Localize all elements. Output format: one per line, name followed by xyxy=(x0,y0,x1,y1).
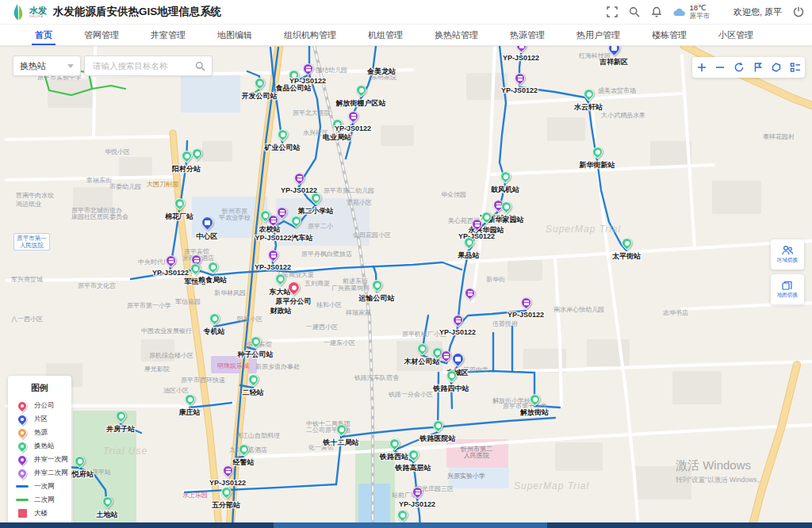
legend-label: 分公司 xyxy=(34,401,55,411)
map-search-bar: 换热站 xyxy=(13,55,213,76)
search-category-value: 换热站 xyxy=(20,60,46,72)
tab-6[interactable]: 机组管理 xyxy=(352,25,419,45)
legend-item: 井室一次网 xyxy=(16,453,71,466)
legend-swatch-pin xyxy=(16,399,29,412)
legend-item: 片区 xyxy=(16,412,71,426)
search-input[interactable] xyxy=(91,60,195,71)
map-switch-label: 地图切换 xyxy=(777,292,798,299)
tab-4[interactable]: 地图编辑 xyxy=(201,25,268,45)
tab-5[interactable]: 组织机构管理 xyxy=(268,25,352,45)
legend-panel: 图例 分公司片区热源换热站井室一次网井室二次网一次网二次网大楼 xyxy=(8,376,71,525)
layer-list-button[interactable] xyxy=(788,60,802,75)
legend-item: 热源 xyxy=(16,426,71,439)
legend-swatch-square xyxy=(18,509,27,518)
tab-1[interactable]: 首页 xyxy=(19,25,68,45)
legend-swatch-pin xyxy=(16,453,29,466)
logo: 水发 SHUIFA xyxy=(11,3,47,21)
legend-item: 大楼 xyxy=(16,507,71,520)
logo-text-en: SHUIFA xyxy=(29,15,47,18)
legend-item: 井室二次网 xyxy=(16,466,71,480)
region-switch-label: 区域切换 xyxy=(777,257,798,264)
weather-cloud-icon xyxy=(673,7,686,17)
measure-button[interactable] xyxy=(751,60,765,75)
welcome-text: 欢迎您, 原平 xyxy=(733,6,782,18)
weather-city: 原平市 xyxy=(689,13,710,20)
legend-swatch-line xyxy=(16,499,29,501)
nav-tabs: 首页管网管理井室管理地图编辑组织机构管理机组管理换热站管理热源管理热用户管理楼栋… xyxy=(0,24,812,46)
legend-label: 片区 xyxy=(34,415,48,424)
region-switch-button[interactable]: 区域切换 xyxy=(771,239,804,270)
zoom-in-button[interactable] xyxy=(695,60,709,75)
tab-2[interactable]: 管网管理 xyxy=(68,25,135,45)
legend-item: 分公司 xyxy=(16,399,71,412)
fullscreen-icon[interactable] xyxy=(607,6,618,17)
tab-3[interactable]: 井室管理 xyxy=(135,25,201,45)
logout-icon[interactable] xyxy=(793,6,804,17)
legend-item: 一次网 xyxy=(16,480,71,493)
weather-widget: 18℃ 原平市 xyxy=(673,4,710,20)
map-controls-bar xyxy=(692,57,805,78)
legend-swatch-line xyxy=(16,485,29,488)
zoom-out-button[interactable] xyxy=(713,60,727,75)
bottom-bar xyxy=(0,522,812,528)
legend-swatch-pin xyxy=(16,466,29,480)
legend-label: 换热站 xyxy=(34,442,55,451)
tab-7[interactable]: 换热站管理 xyxy=(419,25,494,45)
legend-item: 换热站 xyxy=(16,439,71,453)
search-category-select[interactable]: 换热站 xyxy=(13,55,81,76)
tab-10[interactable]: 楼栋管理 xyxy=(636,25,703,45)
app-window: 水发 SHUIFA 水发能源盾安供热GIS地理信息系统 18℃ 原平市 xyxy=(0,0,812,528)
search-box xyxy=(84,55,213,76)
tab-11[interactable]: 小区管理 xyxy=(703,25,769,45)
legend-label: 热源 xyxy=(34,428,48,438)
legend-label: 大楼 xyxy=(34,509,48,518)
people-icon xyxy=(781,245,794,256)
header-bar: 水发 SHUIFA 水发能源盾安供热GIS地理信息系统 18℃ 原平市 xyxy=(0,0,812,24)
legend-swatch-pin xyxy=(16,426,29,439)
reset-view-button[interactable] xyxy=(732,60,746,75)
draw-area-button[interactable] xyxy=(769,60,783,75)
search-icon[interactable] xyxy=(629,6,640,17)
layers-icon xyxy=(781,280,794,291)
logo-icon xyxy=(11,3,25,21)
weather-temp: 18℃ xyxy=(689,4,710,12)
legend-label: 二次网 xyxy=(34,495,55,505)
legend-label: 一次网 xyxy=(34,482,55,492)
legend-label: 井室二次网 xyxy=(34,469,68,478)
legend-swatch-pin xyxy=(16,439,29,453)
notification-bell-icon[interactable] xyxy=(651,6,662,17)
tab-9[interactable]: 热用户管理 xyxy=(561,25,636,45)
tab-8[interactable]: 热源管理 xyxy=(494,25,561,45)
map-switch-button[interactable]: 地图切换 xyxy=(771,274,804,304)
map-vector-layer xyxy=(0,46,812,528)
legend-swatch-pin xyxy=(16,412,29,426)
logo-text-cn: 水发 xyxy=(29,6,47,15)
legend-item: 二次网 xyxy=(16,493,71,507)
page-title: 水发能源盾安供热GIS地理信息系统 xyxy=(53,5,221,19)
search-input-icon[interactable] xyxy=(195,61,205,71)
chevron-down-icon xyxy=(67,64,74,68)
legend-title: 图例 xyxy=(16,382,63,394)
legend-label: 井室一次网 xyxy=(34,455,68,465)
